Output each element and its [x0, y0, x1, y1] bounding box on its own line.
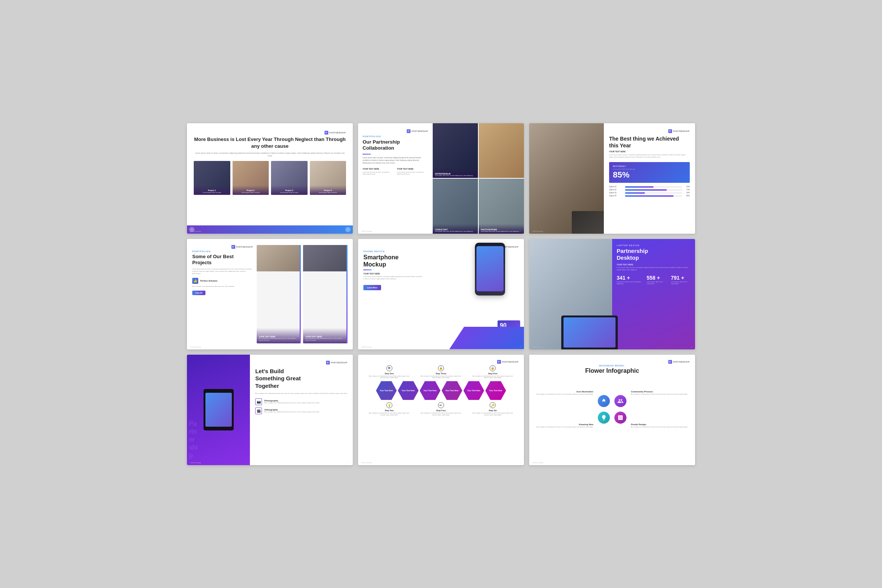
- logo-text-9: PARTNERSHIP: [673, 361, 690, 363]
- slide5-phone-mockup: [475, 243, 505, 296]
- logo-icon-2: P: [407, 129, 410, 133]
- slide5-footer: ©2020 Partnership: [361, 346, 372, 348]
- slide9-item-1: Amazing Idea Arcu volutpat ut et nulla p…: [534, 423, 596, 428]
- slide1-footer: ©2020 Partnership: [190, 231, 201, 232]
- slide-8: P PARTNERSHIP ⚙ Step One Arcu volutpat u…: [358, 355, 524, 465]
- hex-0: Your Text Here: [376, 381, 397, 400]
- slide5-desc: Lorem ipsum dolor sit amet, consectetur …: [363, 276, 424, 280]
- video-icon: 🎬: [255, 407, 262, 414]
- slide1-img-3: Project 3 Lorem ipsum dolor sit amet: [271, 161, 308, 195]
- slide4-footer: ©2020 Partnership: [190, 346, 201, 348]
- slide6-right: LAPTOP DEVICE PartnershipDesktop YOUR TE…: [612, 239, 695, 349]
- step-icon-b0: 💡: [386, 402, 392, 408]
- slide4-img-2: [303, 245, 348, 271]
- slide5-learn-btn[interactable]: Learn More: [363, 285, 381, 290]
- slide2-photo-label-3: CONSULTANT Lorem ipsum dolor amet. Ut am…: [433, 224, 478, 234]
- logo-text-1: PARTNERSHIP: [329, 132, 346, 134]
- slide7-right: P PARTNERSHIP Let's BuildSomething Great…: [250, 355, 353, 465]
- slide-5: P PARTNERSHIP PHONE DEVICE SmartphoneMoc…: [358, 239, 524, 349]
- slide7-footer-right: • •: [349, 462, 350, 464]
- slide2-photo-label-1: ENTREPRENEUR Lorem ipsum dolor amet. Ut …: [433, 168, 478, 178]
- slide8-step-top-2: 🔒 Step Five Arcu volutpat ut et nulla ph…: [471, 365, 514, 379]
- slide4-img-1: [257, 245, 301, 271]
- slide1-img-1: Project 1 Lorem ipsum dolor sit amet: [194, 161, 230, 195]
- slide6-stat-0: 341 + Lorem ipsum dolor amet consectetur…: [617, 275, 642, 285]
- slide6-desc: Lorem ipsum dolor sit amet, consectetur …: [617, 266, 691, 271]
- slide3-result-label: BETS RESULT: [613, 165, 686, 167]
- slide2-footer-right: • •: [520, 231, 521, 232]
- slide6-footer: ©2020 Partnership: [532, 346, 543, 348]
- slide2-left: P PARTNERSHIP PORTFOLIOS Our Partnership…: [358, 123, 433, 234]
- slide-2: P PARTNERSHIP PORTFOLIOS Our Partnership…: [358, 123, 524, 234]
- hex-3: Your Text Here: [442, 381, 462, 400]
- slide3-right: P PARTNERSHIP The Best thing we Achieved…: [604, 123, 695, 234]
- petal-tr: [614, 395, 626, 407]
- logo-text-7: PARTNERSHIP: [331, 361, 348, 364]
- slide-9: P PARTNERSHIP BUSINESS MODEL Flower Info…: [529, 355, 695, 465]
- slide8-footer-right: • •: [520, 462, 521, 464]
- slide8-step-top-0: ⚙ Step One Arcu volutpat ut et nulla pha…: [368, 365, 411, 379]
- slide7-title: Let's BuildSomething GreatTogether: [255, 368, 348, 390]
- slide9-center: [597, 395, 627, 424]
- slide7-watermark: Partnership: [189, 420, 198, 459]
- slide7-left-img: Partnership: [187, 355, 250, 465]
- slide8-step-bot-1: ✏ Step Four Arcu volutpat ut et nulla ph…: [419, 402, 462, 416]
- slide6-left-img: [529, 239, 612, 349]
- slide3-left-img: [529, 123, 604, 234]
- slide8-step-top-1: 🔒 Step Three Arcu volutpat ut et nulla p…: [419, 365, 462, 379]
- slide7-tablet: [204, 389, 234, 430]
- slide8-step-bot-0: 💡 Step Two Arcu volutpat ut et nulla pha…: [368, 402, 411, 416]
- hex-2: Your Text Here: [420, 381, 441, 400]
- slide1-img-4: Project 4 Lorem ipsum dolor sit amet: [310, 161, 346, 195]
- slide3-footer-right: • •: [691, 231, 692, 232]
- slide1-img-label-3: Project 3 Lorem ipsum dolor sit amet: [271, 185, 308, 195]
- slide8-hexagons: Your Text Here Your Text Here Your Text …: [363, 381, 519, 400]
- step-icon-b1: ✏: [438, 402, 444, 408]
- logo-icon-9: P: [668, 360, 672, 364]
- slide6-footer-right: • •: [691, 346, 692, 348]
- slide1-footer-right: • •: [349, 231, 350, 232]
- slide9-flower-layout: Icon Illustration Arcu volutpat ut et nu…: [534, 377, 690, 441]
- slide9-biz-label: BUSINESS MODEL: [534, 364, 690, 367]
- step-icon-b2: 🔑: [490, 402, 496, 408]
- slide4-right: YOUR TEXT HERE Arcu volutpat ut et nulla…: [257, 245, 348, 343]
- slide1-images: Project 1 Lorem ipsum dolor sit amet Pro…: [194, 161, 346, 195]
- slide8-steps-bottom: 💡 Step Two Arcu volutpat ut et nulla pha…: [363, 402, 519, 416]
- slide4-card-2: YOUR TEXT HERE Arcu volutpat ut et nulla…: [303, 245, 348, 343]
- slide9-item-0: Icon Illustration Arcu volutpat ut et nu…: [534, 390, 596, 395]
- slide1-img-label-4: Project 4 Lorem ipsum dolor sit amet: [310, 185, 346, 195]
- slide3-bar-0: Option 01 50%: [609, 186, 690, 188]
- slide1-img-label-2: Project 2 Lorem ipsum dolor sit amet: [233, 185, 269, 195]
- slide-7: Partnership P PARTNERSHIP Let's BuildSom…: [187, 355, 353, 465]
- slide3-footer: ©2020 Partnership: [532, 231, 543, 232]
- slide3-bar-3: Option 04 85%: [609, 195, 690, 197]
- logo-icon-4: P: [231, 245, 235, 249]
- slide1-bottom-bar: ‹ ›: [187, 225, 353, 234]
- slide6-stat-2: 791 + Lorem ipsum dolor amet consectetur: [671, 275, 691, 285]
- slide3-bars: Option 01 50% Option 02 73% Option 03 35…: [609, 186, 690, 197]
- slide2-title: Our Partnership Collaboration: [363, 139, 428, 152]
- logo-icon-1: P: [325, 131, 328, 135]
- slides-grid: P PARTNERSHIP More Business is Lost Ever…: [187, 123, 695, 465]
- slide2-col2: YOUR TEXT HERE Lorem ipsum dolor sit ame…: [397, 168, 428, 175]
- logo-text-8: PARTNERSHIP: [502, 361, 519, 363]
- slide-4: P PARTNERSHIP PORTFOLIOS Some of Our Bes…: [187, 239, 353, 349]
- logo-icon-3: P: [668, 129, 672, 133]
- slide2-photo-1: ENTREPRENEUR Lorem ipsum dolor amet. Ut …: [433, 123, 478, 178]
- logo-icon-7: P: [326, 361, 330, 364]
- slide6-laptop-label: LAPTOP DEVICE: [617, 244, 691, 247]
- slide4-perfect-label: Perfect Solution: [200, 280, 217, 282]
- hex-5: Your Text Here: [485, 381, 506, 400]
- thumb-icon: 👍: [192, 278, 198, 284]
- slide7-footer: ©2020 Partnership: [190, 462, 201, 464]
- slide4-card-1: YOUR TEXT HERE Arcu volutpat ut et nulla…: [257, 245, 301, 343]
- slide4-view-btn[interactable]: View All: [192, 291, 205, 295]
- hex-4: Your Text Here: [464, 381, 484, 400]
- slide8-footer: ©2020 Partnership: [361, 462, 372, 464]
- slide3-desc: Lorem ipsum dolor sit amet, consectetur …: [609, 154, 690, 158]
- petal-br: [614, 412, 626, 424]
- slide1-subtitle: Lorem ipsum dolor sit amet, consectetur …: [194, 152, 346, 157]
- logo-text-3: PARTNERSHIP: [673, 130, 690, 132]
- slide2-photo-3: CONSULTANT Lorem ipsum dolor amet. Ut am…: [433, 179, 478, 234]
- slide7-service-1: 🎬 Videography Arcu volutpat ut et nulla …: [255, 407, 348, 414]
